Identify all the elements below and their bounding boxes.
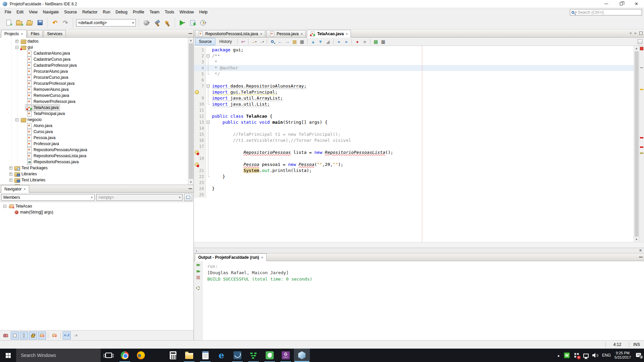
tree-item-curso-java[interactable]: Curso.java bbox=[0, 129, 188, 135]
code-line[interactable]: 11 bbox=[194, 107, 634, 113]
tree-item[interactable]: + bbox=[0, 183, 188, 185]
menu-team[interactable]: Team bbox=[147, 9, 162, 15]
tab-navigator[interactable]: Navigator × bbox=[1, 185, 29, 193]
action-center-icon[interactable]: 3 bbox=[636, 353, 642, 358]
tree-item-dados[interactable]: +dados bbox=[0, 38, 188, 44]
shift-right-button[interactable]: » bbox=[343, 38, 350, 45]
scroll-tabs-right-icon[interactable]: ► bbox=[634, 31, 637, 35]
menu-edit[interactable]: Edit bbox=[14, 9, 26, 15]
code-line[interactable]: 21 System.out.println(lista); bbox=[194, 168, 634, 174]
previous-occurrence-button[interactable]: ▲ bbox=[310, 38, 316, 45]
config-select[interactable]: <default config> ▾ bbox=[76, 19, 136, 26]
undo-button[interactable]: ↶ bbox=[51, 18, 59, 27]
rerun-with-params-icon[interactable]: ▶▶ bbox=[197, 269, 200, 273]
projects-scrollbar[interactable]: ▲ ▼ bbox=[188, 38, 194, 185]
language-indicator[interactable]: ENG bbox=[602, 353, 611, 358]
scroll-down-icon[interactable]: ▼ bbox=[188, 179, 194, 185]
scrollbar-thumb[interactable] bbox=[635, 51, 639, 237]
menu-help[interactable]: Help bbox=[197, 9, 210, 15]
tree-item-test-libraries[interactable]: +Test Libraries bbox=[0, 177, 188, 183]
tree-item-telaprincipal-java[interactable]: TelaPrincipal.java bbox=[0, 111, 188, 117]
code-line[interactable]: 5 */ bbox=[194, 71, 634, 77]
debug-project-button[interactable]: ▾ bbox=[189, 18, 197, 27]
taskbar-task-view-button[interactable] bbox=[101, 349, 117, 362]
tree-item-libraries[interactable]: +Libraries bbox=[0, 171, 188, 177]
tree-item-aluno-java[interactable]: Aluno.java bbox=[0, 123, 188, 129]
find-previous-button[interactable]: ← bbox=[276, 38, 283, 45]
filter-select[interactable]: <empty> ▾ bbox=[96, 194, 182, 201]
show-inner-classes-button[interactable] bbox=[38, 331, 46, 340]
tree-item-gui[interactable]: −gui bbox=[0, 44, 188, 50]
find-next-button[interactable]: → bbox=[284, 38, 290, 45]
error-stripe-occurrence-mark[interactable] bbox=[640, 153, 643, 154]
navigator-item-class[interactable]: − TelaAcao bbox=[0, 203, 194, 209]
minimize-panel-icon[interactable] bbox=[189, 188, 192, 189]
output-console[interactable]: run:[Douglas Rafael, Maicon Jaredy]BUILD… bbox=[203, 261, 644, 340]
show-inherited-members-button[interactable] bbox=[2, 331, 10, 340]
code-line[interactable]: RepositorioPessoas lista = new Repositor… bbox=[194, 149, 634, 156]
code-line[interactable]: 16 //t1.setVisible(true);//Tornar Painel… bbox=[194, 137, 634, 143]
editor-tab-telaacao-java[interactable]: TelaAcao.java× bbox=[307, 30, 351, 38]
error-stripe-global-error[interactable] bbox=[640, 47, 643, 50]
code-line[interactable]: 6 bbox=[194, 77, 634, 83]
clock[interactable]: 9:25 PM 5/31/2017 bbox=[614, 351, 631, 360]
open-in-window-button[interactable] bbox=[184, 194, 192, 201]
minimize-panel-icon[interactable] bbox=[189, 33, 192, 34]
members-select[interactable]: Members ▾ bbox=[1, 194, 95, 201]
tab-services[interactable]: Services bbox=[44, 30, 66, 37]
taskbar-calculator-button[interactable] bbox=[165, 349, 181, 362]
error-stripe-error-mark[interactable] bbox=[640, 146, 643, 148]
editor-palette-icon[interactable] bbox=[638, 39, 642, 44]
editor-tab-pessoa-java[interactable]: Pessoa.java× bbox=[266, 30, 306, 37]
run-project-button[interactable]: ▾ bbox=[178, 18, 187, 27]
tree-item-telaacao-java[interactable]: TelaAcao.java bbox=[0, 105, 188, 111]
tree-item-repositoriopessoaslista-java[interactable]: RepositorioPessoasLista.java bbox=[0, 153, 188, 159]
taskbar-edge-button[interactable]: e bbox=[213, 349, 229, 362]
menu-navigate[interactable]: Navigate bbox=[40, 9, 61, 15]
menu-refactor[interactable]: Refactor bbox=[79, 9, 100, 15]
code-line[interactable]: 12public class TelaAcao { bbox=[194, 113, 634, 119]
tab-output[interactable]: Output - ProjetoFaculdade (run) × bbox=[195, 253, 267, 261]
editor-scrollbar[interactable]: ▲ ▼ bbox=[634, 46, 639, 242]
toggle-highlight-search-button[interactable]: ▤ bbox=[291, 38, 298, 45]
code-line[interactable]: 1package gui; bbox=[194, 47, 634, 53]
minimize-panel-icon[interactable] bbox=[639, 257, 643, 257]
close-icon[interactable]: × bbox=[346, 32, 348, 36]
code-editor[interactable]: 1package gui;2−/**3 *4 * @author5 */67−i… bbox=[194, 46, 644, 242]
menu-run[interactable]: Run bbox=[100, 9, 113, 15]
tree-item-removercurso-java[interactable]: RemoverCurso.java bbox=[0, 93, 188, 99]
expand-icon[interactable]: + bbox=[9, 167, 12, 170]
expand-icon[interactable]: + bbox=[9, 185, 12, 185]
taskbar-mysql-workbench-button[interactable] bbox=[229, 349, 246, 362]
deploy-button[interactable]: ▾ bbox=[142, 18, 151, 27]
sort-by-source-button[interactable]: ↓≡ bbox=[72, 331, 80, 340]
menu-file[interactable]: File bbox=[2, 9, 14, 15]
source-view-button[interactable]: Source bbox=[195, 38, 215, 45]
navigator-item-method[interactable]: main(String[] args) bbox=[0, 209, 194, 215]
close-icon[interactable]: × bbox=[260, 32, 262, 36]
code-line[interactable]: 24} bbox=[194, 186, 634, 192]
tree-item-professor-java[interactable]: Professor.java bbox=[0, 141, 188, 147]
tree-item-repositoriopessoasarray-java[interactable]: RepositorioPessoasArray.java bbox=[0, 147, 188, 153]
fold-icon[interactable]: − bbox=[207, 54, 210, 57]
next-occurrence-button[interactable]: ▼ bbox=[317, 38, 324, 45]
output-splitter[interactable]: › ✕ bbox=[194, 248, 644, 253]
sort-alphabetically-button[interactable]: A↓Z bbox=[63, 331, 71, 340]
insert-mode-indicator[interactable]: INS bbox=[629, 342, 644, 347]
minimize-button[interactable] bbox=[599, 0, 614, 8]
scroll-up-icon[interactable]: ▲ bbox=[635, 46, 638, 51]
code-line[interactable]: 22 } bbox=[194, 174, 634, 180]
taskbar-round-app-button[interactable] bbox=[149, 349, 165, 362]
tab-files[interactable]: Files bbox=[28, 30, 43, 37]
search-box[interactable]: ▾ Search (Ctrl+I) bbox=[570, 9, 642, 15]
search-dropdown-icon[interactable]: ▾ bbox=[575, 11, 577, 14]
forward-button[interactable]: →▾ bbox=[258, 38, 265, 45]
tab-projects[interactable]: Projects× bbox=[1, 30, 26, 38]
show-fields-button[interactable] bbox=[11, 331, 19, 340]
menu-window[interactable]: Window bbox=[177, 9, 197, 15]
tree-item-negocio[interactable]: −negocio bbox=[0, 117, 188, 123]
code-line[interactable]: 19 bbox=[194, 156, 634, 162]
next-suggestion-button[interactable]: ◢ bbox=[324, 38, 331, 45]
error-hint-icon[interactable] bbox=[195, 150, 199, 155]
tree-item-irepositoriopessoas-java[interactable]: iRepositorioPessoas.java bbox=[0, 159, 188, 165]
